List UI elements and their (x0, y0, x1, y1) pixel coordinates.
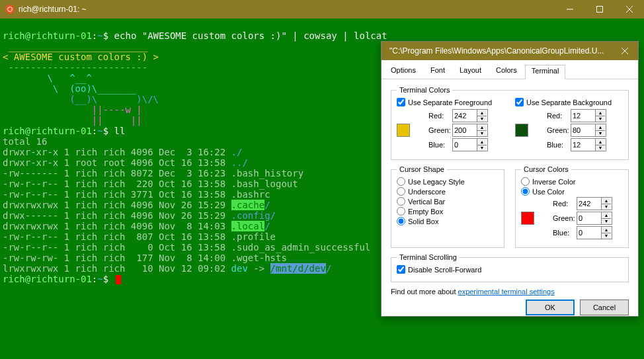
svg-rect-1 (596, 7, 602, 13)
cursor-shape-group: Cursor Shape Use Legacy StyleUnderscoreV… (391, 165, 504, 248)
ubuntu-icon (5, 5, 15, 14)
window-titlebar: rich@richturn-01: ~ (0, 0, 644, 19)
cursor-shape-radio[interactable] (397, 197, 405, 206)
cursor-shape-radio[interactable] (397, 217, 405, 225)
cursor-green-input[interactable] (577, 212, 601, 224)
inverse-color-radio[interactable] (521, 177, 530, 186)
dialog-close-button[interactable] (612, 42, 638, 60)
fg-red-input[interactable] (453, 110, 477, 122)
window-title: rich@richturn-01: ~ (19, 5, 555, 14)
spinner-up[interactable]: ▲ (477, 110, 487, 116)
foreground-swatch[interactable] (397, 124, 410, 137)
prompt-user: rich@richturn-01 (3, 30, 92, 41)
dialog-titlebar[interactable]: "C:\Program Files\WindowsApps\CanonicalG… (382, 42, 638, 60)
bg-blue-input[interactable] (571, 139, 595, 151)
command-line: echo "AWESOME custom colors :)" | cowsay… (114, 30, 387, 41)
close-button[interactable] (614, 0, 644, 19)
terminal-colors-group: Terminal Colors Use Separate Foreground … (391, 86, 629, 160)
cancel-button[interactable]: Cancel (580, 299, 629, 315)
cursor-blue-input[interactable] (577, 227, 601, 239)
fg-green-input[interactable] (453, 124, 477, 136)
tab-options[interactable]: Options (384, 64, 423, 79)
spinner-down[interactable]: ▼ (477, 116, 487, 122)
maximize-button[interactable] (584, 0, 614, 19)
terminal-cursor (116, 275, 121, 284)
bg-red-input[interactable] (571, 110, 595, 122)
use-color-radio[interactable] (521, 187, 530, 196)
disable-scroll-forward-checkbox[interactable] (397, 265, 405, 274)
use-separate-background-checkbox[interactable] (515, 98, 524, 106)
background-swatch[interactable] (515, 124, 528, 137)
cursor-shape-radio[interactable] (397, 177, 405, 186)
fg-blue-input[interactable] (453, 139, 477, 151)
dialog-title: "C:\Program Files\WindowsApps\CanonicalG… (389, 46, 612, 56)
tab-colors[interactable]: Colors (489, 64, 524, 79)
properties-dialog: "C:\Program Files\WindowsApps\CanonicalG… (381, 41, 639, 317)
cursor-red-input[interactable] (577, 198, 601, 210)
cursor-color-swatch[interactable] (521, 212, 534, 225)
bg-green-input[interactable] (571, 124, 595, 136)
use-separate-foreground-checkbox[interactable] (397, 98, 405, 106)
minimize-button[interactable] (555, 0, 584, 19)
tab-terminal[interactable]: Terminal (525, 65, 566, 79)
ok-button[interactable]: OK (526, 299, 575, 315)
tab-strip: OptionsFontLayoutColorsTerminal (382, 60, 638, 79)
cursor-shape-radio[interactable] (397, 207, 405, 216)
cursor-colors-group: Cursor Colors Inverse Color Use Color Re… (515, 165, 629, 248)
terminal-scrolling-group: Terminal Scrolling Disable Scroll-Forwar… (391, 253, 629, 282)
tab-layout[interactable]: Layout (453, 64, 488, 79)
experimental-settings-link[interactable]: experimental terminal settings (458, 288, 555, 296)
tab-font[interactable]: Font (424, 64, 452, 79)
cursor-shape-radio[interactable] (397, 187, 405, 196)
